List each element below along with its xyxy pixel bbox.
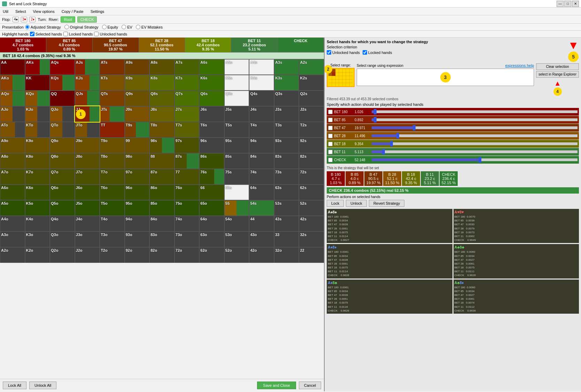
slider-handle-bet180[interactable] — [374, 109, 377, 115]
hand-cell[interactable]: JTo — [75, 122, 100, 138]
hand-cell[interactable]: T2s — [299, 122, 324, 138]
hand-cell[interactable]: JJ1 — [75, 106, 100, 122]
hand-cell[interactable]: QTo — [50, 122, 75, 138]
hand-cell[interactable]: 54o — [224, 216, 249, 232]
save-close-button[interactable]: Save and Close — [257, 382, 296, 389]
hand-cell[interactable]: J5s — [224, 106, 249, 122]
hand-cell[interactable]: 74o — [175, 216, 200, 232]
hand-cell[interactable]: A8s — [149, 59, 175, 75]
hand-cell[interactable]: T3o — [100, 232, 125, 247]
slider-handle-bet85[interactable] — [374, 117, 377, 123]
unlock-all-button[interactable]: Unlock All — [29, 382, 56, 389]
hand-cell[interactable]: Q9o — [50, 138, 75, 153]
hand-cell[interactable]: 97s — [175, 138, 200, 153]
opt-original[interactable]: Original Strategy — [64, 25, 99, 29]
hand-cell[interactable]: T6s — [199, 122, 224, 138]
menu-settings[interactable]: Settings — [89, 9, 106, 14]
hand-cell[interactable]: T9s — [125, 122, 150, 138]
locked-hands-check[interactable]: Locked hands — [363, 50, 392, 55]
lock-all-button[interactable]: Lock All — [3, 382, 26, 389]
hand-cell[interactable]: T3s — [274, 122, 299, 138]
hand-cell[interactable]: 54s — [249, 200, 274, 216]
hand-cell[interactable]: Q6s — [199, 91, 224, 106]
hand-cell[interactable]: 87s — [175, 153, 200, 169]
hand-cell[interactable]: K8s — [149, 75, 175, 91]
hand-cell[interactable]: 44 — [249, 216, 274, 232]
lock-button[interactable]: Lock — [327, 200, 344, 207]
hand-cell[interactable]: 95s — [224, 138, 249, 153]
hand-cell[interactable]: Q7o — [50, 169, 75, 185]
hand-cell[interactable]: J4o — [75, 216, 100, 232]
hand-cell[interactable]: QQ — [50, 91, 75, 106]
menu-view-options[interactable]: View options — [31, 9, 56, 14]
hand-cell[interactable]: 66 — [199, 185, 224, 200]
hand-cell[interactable]: 77 — [175, 169, 200, 185]
hand-cell[interactable]: T2o — [100, 247, 125, 263]
hand-cell[interactable]: 42s — [299, 216, 324, 232]
hand-cell[interactable]: 73s — [274, 169, 299, 185]
check-button[interactable]: CHECK — [77, 16, 97, 23]
hand-cell[interactable]: 93s — [274, 138, 299, 153]
hand-cell[interactable]: Q3s — [274, 91, 299, 106]
slider-check-bet85[interactable] — [328, 118, 333, 122]
hand-cell[interactable]: 84s — [249, 153, 274, 169]
hand-cell[interactable]: T6o — [100, 185, 125, 200]
slider-handle-bet47[interactable] — [413, 125, 416, 131]
hand-cell[interactable]: K5s — [224, 75, 249, 91]
hand-cell[interactable]: 86s — [199, 153, 224, 169]
hand-cell[interactable]: T7s — [175, 122, 200, 138]
slider-handle-bet11[interactable] — [382, 149, 385, 155]
root-button[interactable]: Root — [61, 16, 75, 23]
hand-cell[interactable]: K7o — [25, 169, 50, 185]
hand-cell[interactable]: J2s — [299, 106, 324, 122]
hand-cell[interactable]: 63s — [274, 185, 299, 200]
slider-check-bet11[interactable] — [328, 150, 333, 154]
hand-cell[interactable]: Q3o — [50, 232, 75, 247]
hand-cell[interactable]: 33 — [274, 232, 299, 247]
hand-cell[interactable]: KJo — [25, 106, 50, 122]
menu-copy-paste[interactable]: Copy / Paste — [60, 9, 85, 14]
hand-cell[interactable]: 74s — [249, 169, 274, 185]
hand-cell[interactable]: A9s — [125, 59, 150, 75]
hand-cell[interactable]: J3o — [75, 232, 100, 247]
hand-cell[interactable]: 72o — [175, 247, 200, 263]
hand-cell[interactable]: 76o — [175, 185, 200, 200]
hand-cell[interactable]: 94s — [249, 138, 274, 153]
hand-cell[interactable]: KTo — [25, 122, 50, 138]
hand-cell[interactable]: Q5o — [50, 200, 75, 216]
hand-cell[interactable]: A5s — [224, 59, 249, 75]
opt-equity[interactable]: Equity — [102, 25, 118, 29]
hand-cell[interactable]: J3s — [274, 106, 299, 122]
hand-cell[interactable]: J8s — [149, 106, 175, 122]
hand-cell[interactable]: QJs — [75, 91, 100, 106]
unlocked-hands-check[interactable]: Unlocked hands — [327, 50, 360, 55]
expressions-help-link[interactable]: expressions help — [505, 63, 534, 68]
hand-cell[interactable]: 96s — [199, 138, 224, 153]
hand-cell[interactable]: 43s — [274, 216, 299, 232]
slider-handle-check[interactable] — [479, 157, 481, 163]
hand-cell[interactable]: Q8o — [50, 153, 75, 169]
hand-cell[interactable]: 55 — [224, 200, 249, 216]
hand-cell[interactable]: Q8s — [149, 91, 175, 106]
hand-cell[interactable]: 62s — [299, 185, 324, 200]
hand-cell[interactable]: T9o — [100, 138, 125, 153]
hand-cell[interactable]: J6s — [199, 106, 224, 122]
hand-cell[interactable]: K8o — [25, 153, 50, 169]
expression-input[interactable]: 3 — [357, 69, 534, 86]
hand-cell[interactable]: 83o — [149, 232, 175, 247]
hand-cell[interactable]: T4o — [100, 216, 125, 232]
hand-cell[interactable]: J6o — [75, 185, 100, 200]
hand-cell[interactable]: K7s — [175, 75, 200, 91]
hand-cell[interactable]: A6s — [199, 59, 224, 75]
hand-cell[interactable]: J9s — [125, 106, 150, 122]
hand-cell[interactable]: Q2o — [50, 247, 75, 263]
hand-cell[interactable]: K2s — [299, 75, 324, 91]
hand-cell[interactable]: 75s — [224, 169, 249, 185]
hand-cell[interactable]: 52s — [299, 200, 324, 216]
opt-adjusted[interactable]: Adjusted Strategy — [25, 25, 61, 29]
hand-cell[interactable]: 72s — [299, 169, 324, 185]
hand-cell[interactable]: 22 — [299, 247, 324, 263]
hand-cell[interactable]: 96o — [125, 185, 150, 200]
hand-cell[interactable]: Q2s — [299, 91, 324, 106]
hand-cell[interactable]: A7s — [175, 59, 200, 75]
